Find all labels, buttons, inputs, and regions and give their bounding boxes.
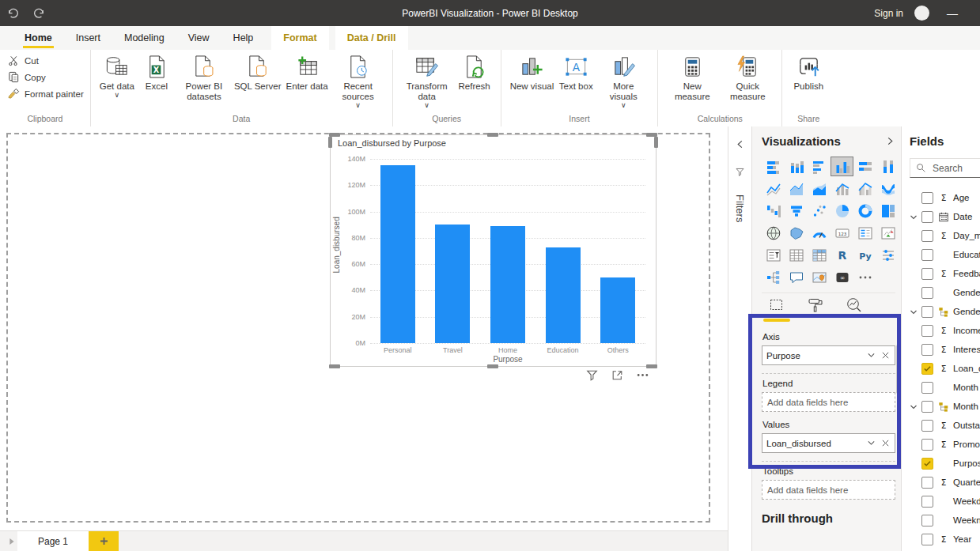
collapse-visualizations-icon[interactable] [885,136,895,146]
ribbon-tab[interactable]: Modeling [112,26,176,50]
field-checkbox[interactable] [921,325,933,337]
ribbon-button[interactable]: Format painter [6,85,84,102]
new-page-button[interactable] [89,531,119,551]
format-subtab[interactable] [807,296,824,322]
field-checkbox[interactable] [921,382,933,394]
field-checkbox[interactable] [921,420,933,432]
field-checkbox[interactable] [921,268,933,280]
field-checkbox[interactable] [921,515,933,526]
visual-type-button[interactable]: R [831,245,853,265]
legend-well-dropzone[interactable]: Add data fields here [762,392,895,412]
field-checkbox[interactable] [921,458,933,470]
fields-subtab[interactable] [768,296,785,322]
avatar[interactable] [914,6,929,21]
field-checkbox[interactable] [921,363,933,375]
analytics-subtab[interactable] [846,296,863,322]
visual-type-button[interactable] [853,201,876,221]
visual-type-button[interactable] [853,179,876,198]
field-list-item[interactable]: Month [910,378,980,397]
ribbon-button[interactable]: Get data ∨ [97,52,137,99]
field-checkbox[interactable] [921,344,933,356]
search-input[interactable] [931,162,980,175]
visual-type-button[interactable] [762,245,785,265]
ribbon-button[interactable]: Refresh [455,52,494,92]
page-tab[interactable]: Page 1 [17,531,89,551]
ribbon-tab[interactable]: Insert [64,26,112,50]
visual-type-button[interactable] [785,267,808,287]
bar-Education[interactable] [546,247,581,343]
bar-Home[interactable] [490,226,525,343]
field-dropdown-icon[interactable] [866,350,876,360]
ribbon-button[interactable]: Quick measure [720,52,775,103]
field-checkbox[interactable] [921,230,933,242]
field-list-item[interactable]: Σ Quarte [910,473,980,492]
chevron-down-small-icon[interactable] [910,213,918,221]
visual-type-button[interactable] [762,223,785,243]
ribbon-tab[interactable]: Data / Drill [335,26,408,50]
chevron-down-small-icon[interactable] [910,403,918,411]
values-field-pill[interactable]: Loan_disbursed [762,433,895,453]
field-list-item[interactable]: Educat [910,245,980,264]
ribbon-tab[interactable]: View [176,26,221,50]
visual-type-button[interactable] [876,223,899,243]
field-list-item[interactable]: Σ Income [910,321,980,340]
visual-type-button[interactable] [762,157,785,176]
visual-type-button[interactable] [808,223,831,243]
ribbon-button[interactable]: X Excel [137,52,176,92]
minimize-button[interactable]: — [940,7,964,20]
visual-type-button[interactable] [808,245,831,265]
visual-type-button[interactable] [853,223,876,243]
field-list-item[interactable]: Σ Day_m [910,226,980,245]
field-list-item[interactable]: Σ Year [910,530,980,549]
field-list-item[interactable]: Σ Feedba [910,264,980,283]
field-checkbox[interactable] [921,192,933,204]
field-checkbox[interactable] [921,534,933,545]
visual-type-button[interactable] [831,179,853,198]
visual-type-button[interactable] [853,267,876,287]
visual-type-button[interactable] [762,201,785,221]
visual-type-button[interactable] [785,201,808,221]
field-list-item[interactable]: Purpos [910,454,980,473]
field-checkbox[interactable] [921,287,933,299]
remove-field-icon[interactable] [880,350,891,360]
visual-type-button[interactable] [876,179,899,198]
ribbon-button[interactable]: Publish [789,52,828,92]
visual-type-button[interactable]: Py [853,245,876,265]
ribbon-button[interactable]: New measure [664,52,720,103]
ribbon-button[interactable]: Copy [6,69,46,85]
visual-type-button[interactable] [831,157,853,176]
more-options-icon[interactable] [636,368,649,382]
field-dropdown-icon[interactable] [866,438,876,448]
page-nav-arrow-icon[interactable] [6,536,17,547]
field-checkbox[interactable] [921,306,933,318]
tooltips-well-dropzone[interactable]: Add data fields here [762,480,895,500]
visual-type-button[interactable] [831,201,853,221]
visual-type-button[interactable] [785,179,808,198]
visual-type-button[interactable] [808,201,831,221]
visual-type-button[interactable]: ∞ [831,267,853,287]
filter-icon[interactable] [585,368,599,382]
field-list-item[interactable]: Σ Age [910,188,980,207]
fields-search[interactable] [910,158,980,178]
bar-Travel[interactable] [435,225,470,343]
ribbon-button[interactable]: Enter data [284,52,331,92]
ribbon-tab[interactable]: Format [271,26,328,50]
ribbon-button[interactable]: New visual [508,52,557,92]
ribbon-button[interactable]: Cut [6,52,39,69]
field-checkbox[interactable] [921,477,933,489]
visual-type-button[interactable] [853,157,876,176]
field-checkbox[interactable] [921,249,933,261]
visualizations-scrollbar[interactable] [896,345,900,394]
field-checkbox[interactable] [921,439,933,451]
field-checkbox[interactable] [921,401,933,413]
ribbon-tab[interactable]: Home [13,26,64,50]
visual-type-button[interactable] [785,223,808,243]
visual-type-button[interactable] [808,267,831,287]
field-list-item[interactable]: Date [910,207,980,226]
expand-filters-icon[interactable] [735,139,745,149]
bar-Personal[interactable] [380,165,415,343]
visual-type-button[interactable] [808,157,831,176]
field-list-item[interactable]: Month [910,397,980,416]
visual-type-button[interactable]: 123 [831,223,853,243]
selection-handle[interactable] [487,133,498,137]
